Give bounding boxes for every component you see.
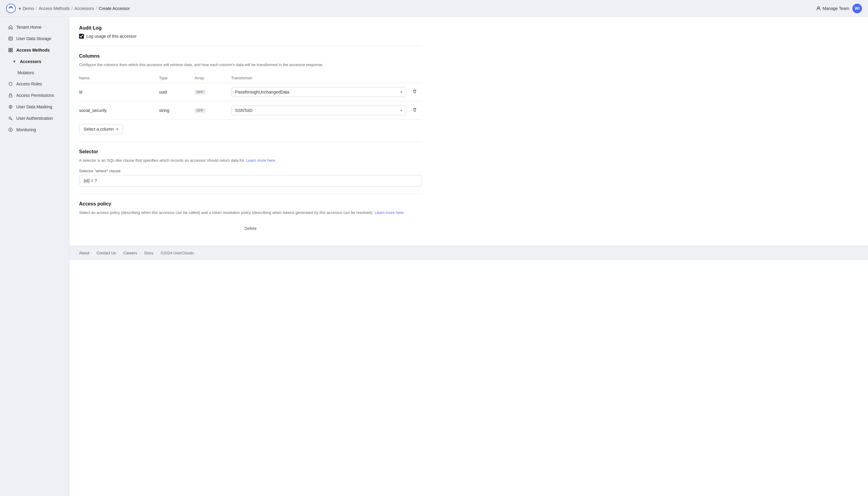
columns-section: Columns Configure the columns from which… xyxy=(79,53,422,134)
access-policy-learn-more-link[interactable]: Learn more here. xyxy=(375,210,405,215)
selector-learn-more-link[interactable]: Learn more here. xyxy=(246,158,276,162)
selector-where-input[interactable] xyxy=(79,175,422,186)
key-icon xyxy=(8,115,13,121)
svg-point-3 xyxy=(9,37,12,38)
svg-point-2 xyxy=(818,6,819,9)
breadcrumb: ▾ Demo / Access Methods / Accessors / Cr… xyxy=(19,6,130,11)
breadcrumb-sep-2: / xyxy=(72,6,73,11)
divider-2 xyxy=(79,141,422,142)
sidebar-item-monitoring[interactable]: Monitoring xyxy=(2,124,67,135)
grid-icon xyxy=(8,47,13,53)
col-delete-ss xyxy=(410,101,422,120)
sidebar-label-user-authentication: User Authentication xyxy=(16,116,53,121)
transformer-select-id[interactable]: PassthroughUnchangedData ▾ xyxy=(231,87,406,97)
col-name-ss: social_security xyxy=(79,101,159,120)
access-policy-title: Access policy xyxy=(79,201,422,207)
transformer-select-ss[interactable]: SSNToID ▾ xyxy=(231,106,406,115)
trash-icon xyxy=(412,107,417,112)
sidebar-item-access-methods[interactable]: Access Methods xyxy=(2,45,67,56)
footer-link-careers[interactable]: Careers xyxy=(123,251,137,255)
sidebar-item-mutators[interactable]: Mutators xyxy=(2,67,67,78)
sidebar-label-user-data-masking: User Data Masking xyxy=(16,104,52,109)
svg-rect-5 xyxy=(11,48,12,50)
col-array-ss: OFF xyxy=(195,101,231,120)
content-area: Audit Log Log usage of this accessor Col… xyxy=(70,17,431,246)
breadcrumb-access-methods[interactable]: Access Methods xyxy=(39,6,70,11)
audit-log-title: Audit Log xyxy=(79,25,422,31)
delete-section: Delete xyxy=(79,216,422,237)
col-header-transformer: Transformer xyxy=(231,73,410,83)
delete-button[interactable]: Delete xyxy=(244,226,257,231)
sidebar-item-access-rules[interactable]: Access Rules xyxy=(2,78,67,89)
col-header-actions xyxy=(410,73,422,83)
col-array-id: OFF xyxy=(195,83,231,101)
sidebar-label-access-rules: Access Rules xyxy=(16,81,42,86)
select-column-button[interactable]: Select a column ▾ xyxy=(79,124,123,134)
columns-title: Columns xyxy=(79,53,422,59)
svg-rect-4 xyxy=(9,48,10,50)
topnav: ▾ Demo / Access Methods / Accessors / Cr… xyxy=(0,0,868,17)
manage-team-label: Manage Team xyxy=(823,6,849,11)
sidebar-item-user-data-storage[interactable]: User Data Storage xyxy=(2,33,67,44)
svg-rect-8 xyxy=(9,95,12,97)
sidebar-item-access-permissions[interactable]: Access Permissions xyxy=(2,90,67,101)
sidebar-item-accessors[interactable]: ▾ Accessors xyxy=(2,56,67,67)
access-policy-description: Select an access policy (describing when… xyxy=(79,210,422,216)
sidebar-label-mutators: Mutators xyxy=(17,70,34,75)
breadcrumb-sep-1: / xyxy=(36,6,37,11)
svg-point-1 xyxy=(10,6,12,8)
mask-icon xyxy=(8,104,13,109)
col-header-type: Type xyxy=(159,73,195,83)
trash-icon xyxy=(412,89,417,94)
sidebar-item-tenant-home[interactable]: Tenant Home xyxy=(2,22,67,33)
breadcrumb-accessors[interactable]: Accessors xyxy=(75,6,94,11)
col-transformer-ss: SSNToID ▾ xyxy=(231,101,410,120)
svg-point-0 xyxy=(6,4,15,13)
topnav-left: ▾ Demo / Access Methods / Accessors / Cr… xyxy=(6,4,130,13)
table-row: id uuid OFF PassthroughUnchangedData ▾ xyxy=(79,83,422,101)
manage-team-button[interactable]: Manage Team xyxy=(816,6,849,11)
array-badge-ss: OFF xyxy=(195,108,205,113)
sidebar: Tenant Home User Data Storage Access Met… xyxy=(0,17,70,496)
selector-section: Selector A selector is an SQL-like claus… xyxy=(79,149,422,187)
audit-log-checkbox-row[interactable]: Log usage of this accessor xyxy=(79,34,422,38)
home-icon xyxy=(8,25,13,30)
footer-link-contact[interactable]: Contact Us xyxy=(96,251,116,255)
select-column-chevron: ▾ xyxy=(116,127,118,131)
columns-description: Configure the columns from which this ac… xyxy=(79,62,422,68)
breadcrumb-dropdown-icon[interactable]: ▾ xyxy=(19,6,21,11)
footer: About Contact Us Careers Docs ©2024 User… xyxy=(70,246,868,260)
lock-icon xyxy=(8,93,13,98)
transformer-chevron-ss: ▾ xyxy=(400,108,402,112)
breadcrumb-sep-3: / xyxy=(96,6,97,11)
chevron-down-icon: ▾ xyxy=(12,59,17,64)
col-type-ss: string xyxy=(159,101,195,120)
audit-log-checkbox-label: Log usage of this accessor xyxy=(86,34,137,38)
columns-table: Name Type Array Transformer id uuid xyxy=(79,73,422,120)
layout: Tenant Home User Data Storage Access Met… xyxy=(0,17,868,496)
footer-copyright: ©2024 UserClouds xyxy=(161,251,194,255)
avatar[interactable]: WI xyxy=(852,4,862,13)
col-transformer-id: PassthroughUnchangedData ▾ xyxy=(231,83,410,101)
svg-point-13 xyxy=(10,129,11,130)
sidebar-item-user-data-masking[interactable]: User Data Masking xyxy=(2,102,67,112)
delete-row-id-button[interactable] xyxy=(411,88,418,96)
sidebar-label-user-data-storage: User Data Storage xyxy=(16,36,51,41)
access-policy-section: Access policy Select an access policy (d… xyxy=(79,201,422,216)
footer-link-docs[interactable]: Docs xyxy=(144,251,154,255)
topnav-right: Manage Team WI xyxy=(816,4,862,13)
svg-rect-7 xyxy=(11,50,12,52)
array-badge-id: OFF xyxy=(195,90,205,94)
col-header-array: Array xyxy=(195,73,231,83)
sidebar-label-tenant-home: Tenant Home xyxy=(16,25,41,30)
svg-point-10 xyxy=(10,106,11,107)
breadcrumb-demo[interactable]: Demo xyxy=(22,6,34,11)
monitoring-icon xyxy=(8,127,13,133)
sidebar-item-user-authentication[interactable]: User Authentication xyxy=(2,113,67,124)
sidebar-label-accessors: Accessors xyxy=(20,59,41,64)
divider-1 xyxy=(79,46,422,46)
footer-link-about[interactable]: About xyxy=(79,251,89,255)
delete-row-ss-button[interactable] xyxy=(411,106,418,115)
col-name-id: id xyxy=(79,83,159,101)
audit-log-checkbox[interactable] xyxy=(79,34,84,38)
